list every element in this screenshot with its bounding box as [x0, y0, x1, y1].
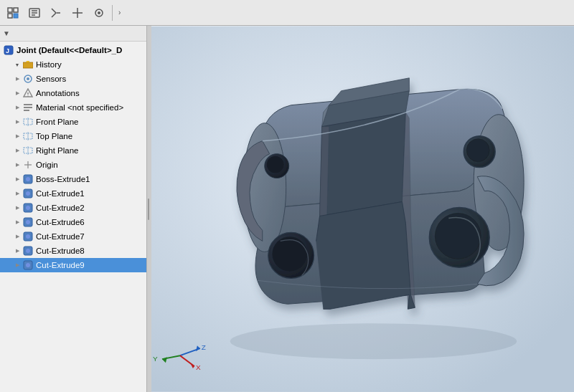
tree-icon-cut-extrude9: [22, 259, 34, 271]
tree-item-sensors[interactable]: ▶Sensors: [0, 72, 146, 86]
toolbar: ›: [0, 0, 574, 26]
tree-label-boss-extrude1: Boss-Extrude1: [36, 175, 90, 183]
toolbar-separator: [112, 5, 113, 21]
feature-tree[interactable]: JJoint (Default<<Default>_D▼History▶Sens…: [0, 42, 146, 392]
tree-icon-annotations: [22, 87, 34, 99]
tree-label-cut-extrude6: Cut-Extrude6: [36, 218, 85, 226]
svg-point-52: [466, 139, 489, 162]
tree-expand-cut-extrude1[interactable]: ▶: [13, 189, 22, 198]
tree-label-cut-extrude1: Cut-Extrude1: [36, 189, 85, 198]
tree-icon-material: [22, 102, 34, 113]
svg-rect-3: [14, 14, 18, 18]
filter-icon: ▼: [3, 29, 10, 37]
svg-point-46: [230, 323, 517, 359]
config-manager-btn[interactable]: [46, 3, 66, 23]
svg-point-40: [26, 234, 30, 239]
svg-rect-20: [24, 104, 32, 105]
tree-icon-origin: [22, 159, 34, 171]
property-manager-btn[interactable]: [24, 3, 44, 23]
tree-icon-sensors: [22, 73, 34, 85]
svg-text:Y: Y: [153, 355, 158, 363]
tree-label-top-plane: Top Plane: [36, 132, 72, 140]
tree-item-history[interactable]: ▼History: [0, 57, 146, 72]
tree-item-cut-extrude7[interactable]: ▶Cut-Extrude7: [0, 229, 146, 244]
dim-expert-btn[interactable]: [67, 3, 88, 23]
main-area: ▼ JJoint (Default<<Default>_D▼History▶Se…: [0, 26, 574, 392]
tree-item-cut-extrude6[interactable]: ▶Cut-Extrude6: [0, 215, 146, 229]
3d-viewport[interactable]: Z X Y: [151, 26, 574, 392]
tree-icon-front-plane: [22, 116, 34, 128]
svg-point-38: [26, 220, 30, 224]
tree-label-cut-extrude8: Cut-Extrude8: [36, 247, 85, 255]
svg-rect-2: [8, 14, 12, 18]
svg-point-12: [98, 11, 100, 14]
tree-item-root[interactable]: JJoint (Default<<Default>_D: [0, 43, 146, 57]
tree-item-cut-extrude8[interactable]: ▶Cut-Extrude8: [0, 244, 146, 258]
tree-label-sensors: Sensors: [36, 75, 66, 83]
svg-point-19: [27, 95, 29, 97]
tree-expand-cut-extrude8[interactable]: ▶: [13, 247, 22, 255]
svg-point-34: [26, 191, 30, 196]
tree-item-boss-extrude1[interactable]: ▶Boss-Extrude1: [0, 172, 146, 186]
tree-expand-front-plane[interactable]: ▶: [13, 118, 22, 126]
tree-item-cut-extrude2[interactable]: ▶Cut-Extrude2: [0, 201, 146, 215]
tree-label-cut-extrude2: Cut-Extrude2: [36, 204, 85, 212]
tree-item-cut-extrude1[interactable]: ▶Cut-Extrude1: [0, 186, 146, 201]
svg-point-36: [26, 206, 30, 210]
tree-icon-top-plane: [22, 130, 34, 142]
feature-manager-btn[interactable]: [3, 3, 23, 23]
tree-expand-history[interactable]: ▼: [13, 60, 22, 69]
svg-point-56: [267, 156, 284, 173]
tree-item-origin[interactable]: ▶Origin: [0, 158, 146, 172]
tree-expand-cut-extrude9[interactable]: ▶: [13, 261, 22, 269]
svg-rect-0: [8, 8, 12, 12]
tree-label-history: History: [36, 60, 62, 69]
tree-item-right-plane[interactable]: ▶Right Plane: [0, 143, 146, 158]
tree-item-top-plane[interactable]: ▶Top Plane: [0, 129, 146, 143]
tree-label-origin: Origin: [36, 161, 58, 169]
tree-icon-history: [22, 59, 34, 70]
svg-point-16: [27, 77, 29, 80]
svg-point-42: [26, 249, 30, 253]
display-manager-btn[interactable]: [89, 3, 109, 23]
tree-item-cut-extrude9[interactable]: ▶Cut-Extrude9: [0, 258, 146, 272]
tree-icon-root: J: [3, 44, 14, 56]
svg-rect-22: [24, 110, 29, 111]
tree-icon-cut-extrude2: [22, 202, 34, 214]
tree-expand-material[interactable]: ▶: [13, 103, 22, 112]
svg-text:X: X: [196, 363, 201, 371]
svg-rect-21: [24, 107, 32, 108]
svg-rect-1: [14, 8, 18, 12]
3d-model-svg: Z X Y: [151, 26, 574, 392]
svg-point-44: [26, 263, 30, 267]
tree-expand-boss-extrude1[interactable]: ▶: [13, 175, 22, 183]
tree-label-cut-extrude7: Cut-Extrude7: [36, 232, 85, 241]
tree-expand-annotations[interactable]: ▶: [13, 89, 22, 97]
tree-expand-origin[interactable]: ▶: [13, 161, 22, 169]
svg-point-32: [26, 177, 30, 181]
tree-label-right-plane: Right Plane: [36, 146, 78, 155]
feature-tree-panel: ▼ JJoint (Default<<Default>_D▼History▶Se…: [0, 26, 147, 392]
svg-text:J: J: [6, 47, 9, 54]
toolbar-more-btn[interactable]: ›: [116, 9, 123, 16]
tree-expand-sensors[interactable]: ▶: [13, 75, 22, 83]
tree-label-root: Joint (Default<<Default>_D: [17, 46, 122, 54]
tree-expand-right-plane[interactable]: ▶: [13, 146, 22, 155]
svg-point-50: [435, 213, 481, 259]
tree-item-front-plane[interactable]: ▶Front Plane: [0, 115, 146, 129]
tree-expand-top-plane[interactable]: ▶: [13, 132, 22, 140]
tree-expand-cut-extrude6[interactable]: ▶: [13, 218, 22, 226]
tree-item-annotations[interactable]: ▶Annotations: [0, 86, 146, 100]
tree-icon-cut-extrude1: [22, 188, 34, 199]
tree-icon-cut-extrude6: [22, 216, 34, 228]
tree-icon-cut-extrude7: [22, 231, 34, 242]
svg-point-54: [273, 236, 307, 271]
tree-expand-cut-extrude7[interactable]: ▶: [13, 232, 22, 241]
tree-label-annotations: Annotations: [36, 89, 80, 97]
tree-item-material[interactable]: ▶Material <not specified>: [0, 100, 146, 115]
tree-expand-cut-extrude2[interactable]: ▶: [13, 204, 22, 212]
tree-icon-right-plane: [22, 145, 34, 156]
tree-icon-cut-extrude8: [22, 245, 34, 257]
tree-label-cut-extrude9: Cut-Extrude9: [36, 261, 85, 269]
tree-label-front-plane: Front Plane: [36, 118, 78, 126]
